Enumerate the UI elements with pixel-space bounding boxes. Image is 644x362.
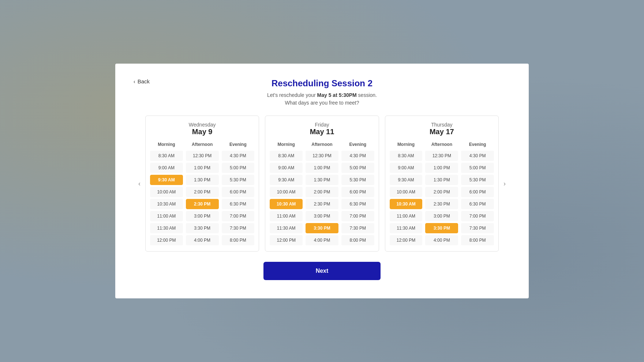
time-slot[interactable]: 11:30 AM	[150, 223, 183, 233]
time-slot[interactable]: 9:00 AM	[270, 163, 303, 173]
time-slot[interactable]: 8:30 AM	[390, 151, 423, 161]
time-slot[interactable]: 7:00 PM	[461, 211, 494, 221]
col-headers-2: MorningAfternoonEvening	[270, 142, 374, 149]
time-slot[interactable]: 7:30 PM	[461, 223, 494, 233]
time-slot[interactable]: 8:00 PM	[341, 235, 374, 245]
time-slot[interactable]: 8:30 AM	[150, 151, 183, 161]
time-slot[interactable]: 4:00 PM	[306, 235, 338, 245]
col-header-3-0: Morning	[390, 142, 423, 147]
prev-arrow-button[interactable]: ‹	[134, 178, 145, 189]
time-slot[interactable]: 10:30 AM	[390, 199, 423, 209]
time-slot[interactable]: 3:30 PM	[186, 223, 219, 233]
time-slot[interactable]: 2:30 PM	[425, 199, 458, 209]
time-slot[interactable]: 11:00 AM	[270, 211, 303, 221]
subtitle-suffix: session.	[357, 92, 377, 98]
subtitle-prefix: Let's reschedule your	[267, 92, 317, 98]
col-header-2-2: Evening	[341, 142, 374, 147]
time-slot[interactable]: 2:00 PM	[186, 187, 219, 197]
time-slot[interactable]: 10:00 AM	[390, 187, 423, 197]
time-slot[interactable]: 11:00 AM	[150, 211, 183, 221]
back-button[interactable]: ‹ Back	[134, 78, 150, 84]
col-header-3-1: Afternoon	[425, 142, 458, 147]
time-slot[interactable]: 8:30 AM	[270, 151, 303, 161]
time-slot[interactable]: 8:00 PM	[461, 235, 494, 245]
time-slot[interactable]: 4:00 PM	[186, 235, 219, 245]
time-slot[interactable]: 12:00 PM	[270, 235, 303, 245]
time-slot[interactable]: 10:30 AM	[150, 199, 183, 209]
time-slot[interactable]: 3:30 PM	[425, 223, 458, 233]
time-slot[interactable]: 3:00 PM	[186, 211, 219, 221]
time-slot[interactable]: 4:00 PM	[425, 235, 458, 245]
calendars-wrapper: Wednesday May 9 MorningAfternoonEvening8…	[145, 116, 499, 252]
time-slot[interactable]: 4:30 PM	[461, 151, 494, 161]
back-label: Back	[138, 78, 150, 84]
time-slot[interactable]: 5:00 PM	[341, 163, 374, 173]
time-slot[interactable]: 12:00 PM	[390, 235, 423, 245]
time-slot[interactable]: 11:30 AM	[270, 223, 303, 233]
time-slot[interactable]: 1:30 PM	[186, 175, 219, 185]
col-header-3-2: Evening	[461, 142, 494, 147]
next-label: Next	[316, 268, 329, 274]
time-slot[interactable]: 5:30 PM	[341, 175, 374, 185]
day-header-1: Wednesday May 9	[150, 122, 254, 136]
time-slot[interactable]: 9:00 AM	[390, 163, 423, 173]
header: Rescheduling Session 2 Let's reschedule …	[134, 78, 510, 107]
time-grid-3: 8:30 AM12:30 PM4:30 PM9:00 AM1:00 PM5:00…	[390, 151, 494, 245]
time-slot[interactable]: 6:30 PM	[341, 199, 374, 209]
time-slot[interactable]: 1:30 PM	[306, 175, 338, 185]
time-slot[interactable]: 6:00 PM	[222, 187, 255, 197]
day-name-1: Wednesday	[150, 122, 254, 128]
next-arrow-button[interactable]: ›	[499, 178, 510, 189]
time-slot[interactable]: 9:30 AM	[150, 175, 183, 185]
day-header-3: Thursday May 17	[390, 122, 494, 136]
time-slot[interactable]: 4:30 PM	[222, 151, 255, 161]
col-header-2-1: Afternoon	[306, 142, 338, 147]
time-slot[interactable]: 11:30 AM	[390, 223, 423, 233]
time-slot[interactable]: 3:30 PM	[306, 223, 338, 233]
time-slot[interactable]: 3:00 PM	[425, 211, 458, 221]
time-slot[interactable]: 2:30 PM	[186, 199, 219, 209]
time-slot[interactable]: 5:00 PM	[461, 163, 494, 173]
time-slot[interactable]: 5:00 PM	[222, 163, 255, 173]
subtitle-highlight: May 5 at 5:30PM	[317, 92, 357, 98]
time-slot[interactable]: 4:30 PM	[341, 151, 374, 161]
time-slot[interactable]: 5:30 PM	[222, 175, 255, 185]
time-slot[interactable]: 7:30 PM	[222, 223, 255, 233]
time-slot[interactable]: 2:30 PM	[306, 199, 338, 209]
time-slot[interactable]: 9:30 AM	[270, 175, 303, 185]
time-grid-2: 8:30 AM12:30 PM4:30 PM9:00 AM1:00 PM5:00…	[270, 151, 374, 245]
time-slot[interactable]: 6:30 PM	[222, 199, 255, 209]
time-slot[interactable]: 12:30 PM	[186, 151, 219, 161]
day-date-2: May 11	[270, 128, 374, 136]
time-slot[interactable]: 7:30 PM	[341, 223, 374, 233]
time-slot[interactable]: 1:00 PM	[306, 163, 338, 173]
subtitle: Let's reschedule your May 5 at 5:30PM se…	[134, 91, 510, 107]
time-slot[interactable]: 6:00 PM	[461, 187, 494, 197]
time-slot[interactable]: 9:30 AM	[390, 175, 423, 185]
time-slot[interactable]: 12:30 PM	[306, 151, 338, 161]
col-headers-1: MorningAfternoonEvening	[150, 142, 254, 149]
time-slot[interactable]: 1:00 PM	[425, 163, 458, 173]
col-header-1-1: Afternoon	[186, 142, 219, 147]
time-slot[interactable]: 8:00 PM	[222, 235, 255, 245]
col-header-1-0: Morning	[150, 142, 183, 147]
time-slot[interactable]: 7:00 PM	[222, 211, 255, 221]
time-slot[interactable]: 10:00 AM	[150, 187, 183, 197]
time-slot[interactable]: 7:00 PM	[341, 211, 374, 221]
next-button[interactable]: Next	[263, 262, 381, 280]
time-slot[interactable]: 2:00 PM	[306, 187, 338, 197]
time-slot[interactable]: 2:00 PM	[425, 187, 458, 197]
time-slot[interactable]: 10:30 AM	[270, 199, 303, 209]
time-slot[interactable]: 12:30 PM	[425, 151, 458, 161]
time-slot[interactable]: 1:30 PM	[425, 175, 458, 185]
time-slot[interactable]: 9:00 AM	[150, 163, 183, 173]
time-slot[interactable]: 12:00 PM	[150, 235, 183, 245]
time-grid-1: 8:30 AM12:30 PM4:30 PM9:00 AM1:00 PM5:00…	[150, 151, 254, 245]
time-slot[interactable]: 11:00 AM	[390, 211, 423, 221]
time-slot[interactable]: 5:30 PM	[461, 175, 494, 185]
time-slot[interactable]: 1:00 PM	[186, 163, 219, 173]
time-slot[interactable]: 10:00 AM	[270, 187, 303, 197]
time-slot[interactable]: 6:00 PM	[341, 187, 374, 197]
time-slot[interactable]: 3:00 PM	[306, 211, 338, 221]
time-slot[interactable]: 6:30 PM	[461, 199, 494, 209]
